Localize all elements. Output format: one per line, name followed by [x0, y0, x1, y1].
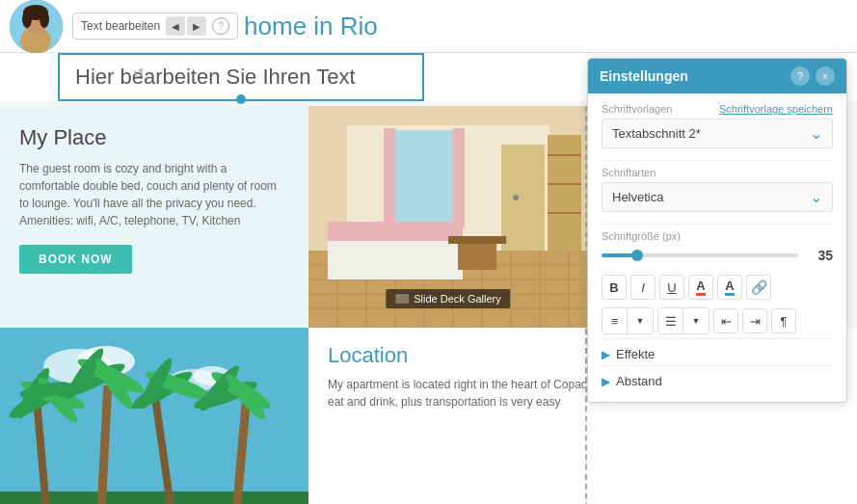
page-title: home in Rio — [244, 12, 378, 41]
link-icon: 🔗 — [751, 279, 767, 295]
svg-rect-60 — [458, 241, 496, 270]
effekte-arrow-icon: ▶ — [602, 348, 610, 361]
schriftvorlagen-label: Schriftvorlagen — [602, 103, 672, 115]
abstand-accordion-header[interactable]: ▶ Abstand — [602, 374, 833, 388]
svg-rect-61 — [448, 236, 506, 244]
italic-button[interactable]: I — [630, 275, 656, 300]
indent-left-button[interactable]: ⇤ — [713, 308, 738, 333]
help-icon[interactable]: ? — [212, 17, 229, 35]
my-place-section: My Place The guest room is cozy and brig… — [0, 106, 308, 328]
schriftgroesse-row: Schriftgröße (px) 35 — [602, 230, 833, 263]
svg-rect-56 — [548, 183, 581, 185]
indent-right-button[interactable]: ⇥ — [742, 308, 767, 333]
schriftvorlagen-row: Schriftvorlagen Schriftvorlage speichern… — [602, 103, 833, 148]
my-place-description: The guest room is cozy and bright with a… — [19, 160, 289, 229]
underline-button[interactable]: U — [659, 275, 684, 300]
svg-rect-57 — [548, 212, 581, 214]
justify-button[interactable]: ¶ — [771, 308, 796, 333]
schriftarten-select[interactable]: Helvetica ⌄ — [602, 182, 833, 212]
my-place-title: My Place — [19, 125, 289, 150]
avatar — [10, 0, 63, 53]
selected-template-value: Textabschnitt 2* — [612, 126, 701, 141]
svg-rect-59 — [328, 222, 463, 241]
edit-label: Text bearbeiten — [81, 19, 160, 33]
text-edit-content: Hier bearbeiten Sie Ihren Text — [75, 65, 356, 89]
list-dropdown-button[interactable]: ▼ — [683, 308, 709, 333]
schriftarten-label: Schriftarten — [602, 167, 656, 178]
svg-rect-50 — [384, 128, 395, 228]
resize-handle[interactable] — [236, 94, 246, 104]
abstand-arrow-icon: ▶ — [602, 375, 610, 388]
svg-point-53 — [513, 195, 519, 200]
align-dropdown-button[interactable]: ▼ — [628, 308, 653, 333]
schriftgroesse-label: Schriftgröße (px) — [602, 230, 681, 242]
effekte-accordion[interactable]: ▶ Effekte — [602, 338, 833, 365]
svg-point-6 — [40, 11, 49, 28]
divider-1 — [602, 160, 833, 161]
schriftarten-chevron: ⌄ — [810, 188, 822, 206]
font-size-slider[interactable] — [602, 253, 798, 257]
arrow-right-btn[interactable]: ▶ — [187, 16, 206, 36]
align-btn-group: ≡ ▼ — [602, 307, 654, 334]
svg-rect-54 — [548, 135, 581, 251]
schriftarten-row: Schriftarten Helvetica ⌄ — [602, 167, 833, 212]
divider-2 — [602, 224, 833, 225]
palm-section — [0, 328, 308, 504]
abstand-accordion[interactable]: ▶ Abstand — [602, 365, 833, 392]
font-size-slider-wrap[interactable] — [602, 253, 798, 257]
settings-panel-title: Einstellungen — [600, 68, 688, 84]
align-toolbar: ≡ ▼ ☰ ▼ ⇤ ⇥ ¶ — [602, 307, 833, 334]
svg-point-5 — [22, 11, 32, 28]
text-edit-area[interactable]: Hier bearbeiten Sie Ihren Text — [58, 53, 424, 101]
svg-rect-49 — [386, 130, 463, 226]
svg-rect-52 — [501, 145, 545, 251]
svg-rect-51 — [453, 128, 465, 228]
settings-close-button[interactable]: × — [816, 66, 835, 86]
header: Text bearbeiten ◀ ▶ ? home in Rio — [0, 0, 857, 53]
abstand-label: Abstand — [616, 374, 662, 388]
settings-header-icons: ? × — [790, 66, 835, 86]
slider-thumb[interactable] — [631, 250, 643, 261]
effekte-label: Effekte — [616, 347, 655, 361]
slide-deck-text: Slide Deck Gallery — [414, 293, 500, 305]
schriftarten-header: Schriftarten — [602, 167, 833, 178]
selected-font-value: Helvetica — [612, 190, 663, 204]
settings-body: Schriftvorlagen Schriftvorlage speichern… — [588, 93, 846, 402]
schriftvorlagen-chevron: ⌄ — [810, 124, 822, 143]
settings-panel: Einstellungen ? × Schriftvorlagen Schrif… — [587, 58, 847, 403]
slide-icon — [395, 294, 409, 304]
list-button[interactable]: ☰ — [658, 308, 683, 333]
font-size-value: 35 — [810, 248, 833, 263]
edit-toolbar[interactable]: Text bearbeiten ◀ ▶ ? — [72, 13, 238, 40]
settings-panel-header: Einstellungen ? × — [588, 59, 846, 93]
bold-button[interactable]: B — [602, 275, 627, 300]
slide-deck-label[interactable]: Slide Deck Gallery — [386, 289, 510, 308]
refresh-icon[interactable]: ↺ — [133, 66, 150, 83]
svg-rect-55 — [548, 154, 581, 156]
left-section: My Place The guest room is cozy and brig… — [0, 106, 308, 504]
schriftvorlagen-header: Schriftvorlagen Schriftvorlage speichern — [602, 103, 833, 115]
format-toolbar: B I U A A 🔗 — [602, 275, 833, 300]
settings-help-button[interactable]: ? — [790, 66, 810, 86]
book-now-button[interactable]: BOOK NOW — [19, 245, 132, 274]
align-left-button[interactable]: ≡ — [603, 308, 628, 333]
schriftvorlage-speichern-link[interactable]: Schriftvorlage speichern — [719, 103, 833, 115]
effekte-accordion-header[interactable]: ▶ Effekte — [602, 347, 833, 361]
highlight-color-button[interactable]: A — [717, 275, 742, 300]
font-color-button[interactable]: A — [688, 275, 713, 300]
link-button[interactable]: 🔗 — [746, 275, 771, 300]
list-btn-group: ☰ ▼ — [657, 307, 710, 334]
schriftgroesse-header: Schriftgröße (px) — [602, 230, 833, 242]
highlight-color-a: A — [725, 279, 734, 296]
font-size-row: 35 — [602, 248, 833, 263]
nav-arrows: ◀ ▶ — [166, 16, 206, 36]
arrow-left-btn[interactable]: ◀ — [166, 16, 185, 36]
room-image: Slide Deck Gallery — [308, 106, 588, 328]
schriftvorlagen-select[interactable]: Textabschnitt 2* ⌄ — [602, 119, 833, 148]
font-color-a: A — [696, 279, 705, 296]
